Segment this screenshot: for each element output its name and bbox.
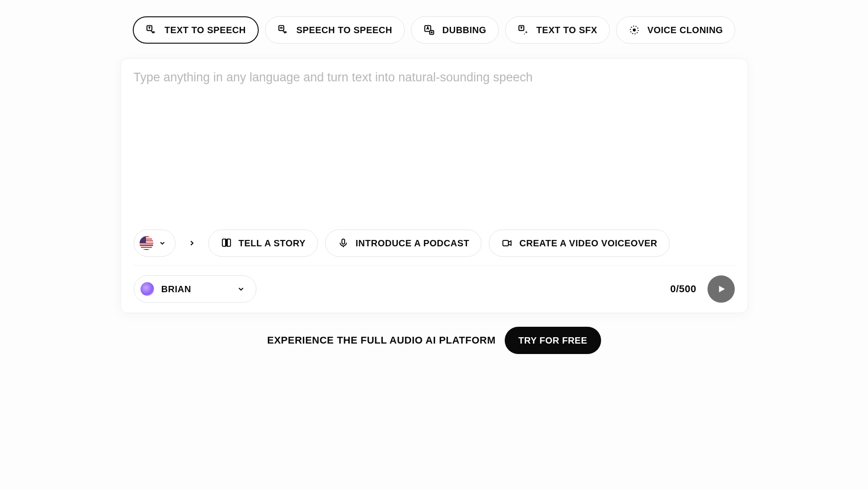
play-icon (716, 284, 726, 294)
tab-label: SPEECH TO SPEECH (296, 25, 392, 35)
tts-icon (146, 24, 157, 36)
cta-text: EXPERIENCE THE FULL AUDIO AI PLATFORM (267, 334, 496, 346)
us-flag-icon (140, 236, 153, 250)
try-for-free-button[interactable]: TRY FOR FREE (505, 327, 601, 354)
voice-name: BRIAN (161, 284, 191, 294)
book-icon (221, 237, 232, 249)
text-input[interactable] (134, 70, 735, 216)
sts-icon (277, 24, 289, 36)
tab-dubbing[interactable]: DUBBING (411, 16, 499, 44)
tab-voice-cloning[interactable]: VOICE CLONING (616, 16, 736, 44)
suggestion-podcast[interactable]: INTRODUCE A PODCAST (325, 230, 482, 257)
tab-label: TEXT TO SPEECH (165, 25, 246, 35)
dubbing-icon (423, 24, 435, 36)
suggestion-tell-story[interactable]: TELL A STORY (208, 230, 318, 257)
clone-icon (628, 24, 640, 36)
tabs-row: TEXT TO SPEECH SPEECH TO SPEECH (133, 16, 735, 44)
tab-label: DUBBING (442, 25, 487, 35)
textarea-wrap (121, 59, 748, 230)
video-icon (501, 237, 513, 249)
bottom-row: BRIAN 0/500 (121, 265, 748, 313)
voice-avatar (140, 282, 154, 296)
cta-row: EXPERIENCE THE FULL AUDIO AI PLATFORM TR… (267, 327, 601, 354)
play-button[interactable] (707, 275, 735, 303)
chevron-down-icon (237, 285, 245, 293)
suggestions-row: TELL A STORY INTRODUCE A PODCAST (121, 230, 748, 265)
chevron-down-icon (159, 240, 166, 247)
voice-selector[interactable]: BRIAN (134, 275, 256, 303)
language-selector[interactable] (134, 230, 176, 257)
svg-rect-7 (342, 239, 345, 244)
tab-label: TEXT TO SFX (537, 25, 597, 35)
sfx-icon (517, 24, 529, 36)
suggestion-label: CREATE A VIDEO VOICEOVER (519, 238, 657, 249)
svg-rect-8 (503, 240, 508, 246)
svg-point-5 (632, 29, 636, 32)
main-card: TELL A STORY INTRODUCE A PODCAST (120, 58, 748, 313)
tab-speech-to-speech[interactable]: SPEECH TO SPEECH (265, 16, 405, 44)
mic-icon (337, 237, 349, 249)
suggestion-label: TELL A STORY (239, 238, 306, 249)
right-group: 0/500 (670, 275, 735, 303)
app-root: TEXT TO SPEECH SPEECH TO SPEECH (0, 16, 868, 354)
cta-button-label: TRY FOR FREE (518, 335, 587, 345)
suggestion-video-voiceover[interactable]: CREATE A VIDEO VOICEOVER (489, 230, 670, 257)
tab-label: VOICE CLONING (647, 25, 723, 35)
suggestion-label: INTRODUCE A PODCAST (356, 238, 469, 249)
tab-text-to-sfx[interactable]: TEXT TO SFX (505, 16, 610, 44)
char-counter: 0/500 (670, 283, 697, 295)
chevron-right-icon (188, 239, 196, 247)
scroll-right-button[interactable] (183, 234, 201, 252)
tab-text-to-speech[interactable]: TEXT TO SPEECH (133, 16, 259, 44)
